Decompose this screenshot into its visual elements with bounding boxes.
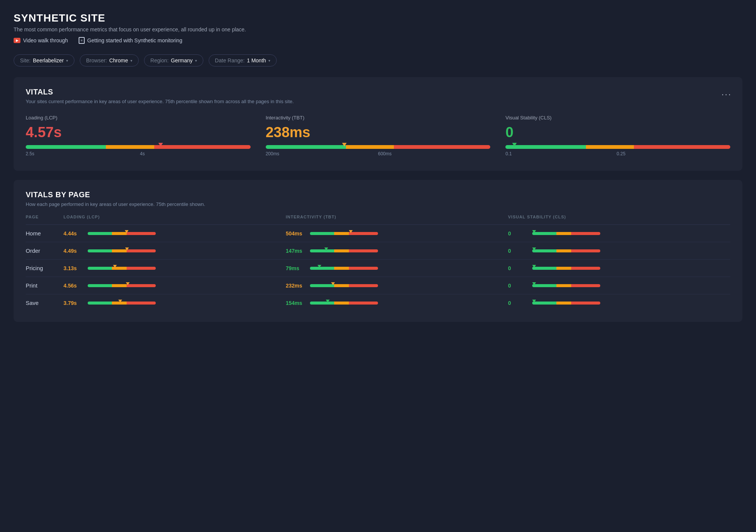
vitals-subtitle: Your sites current performance in key ar… xyxy=(26,99,730,104)
cls-label: Visual Stability (CLS) xyxy=(505,115,730,121)
mini-bar-wrapper xyxy=(310,249,378,252)
mini-bar xyxy=(532,302,600,305)
mini-bar-yellow xyxy=(334,249,349,252)
table-row: Home4.44s504ms0 xyxy=(26,225,730,242)
mini-bar-red xyxy=(349,267,378,270)
metric-value: 154ms xyxy=(286,300,305,306)
mini-bar-green xyxy=(310,249,334,252)
mini-marker-triangle xyxy=(318,265,321,268)
mini-bar-yellow xyxy=(112,284,127,287)
mini-bar-yellow xyxy=(334,232,349,235)
getting-started-link[interactable]: ≡ Getting started with Synthetic monitor… xyxy=(79,37,182,44)
metric-value: 0 xyxy=(508,230,528,237)
mini-bar-red xyxy=(127,284,156,287)
lcp-label: Loading (LCP) xyxy=(26,115,251,121)
mini-marker-triangle xyxy=(532,300,536,303)
cls-bar-labels: 0.1 0.25 xyxy=(505,151,730,156)
mini-bar-wrapper xyxy=(88,302,156,305)
cls-speed-bar xyxy=(505,145,730,149)
mini-bar-red xyxy=(127,267,156,270)
mini-bar-yellow xyxy=(334,302,349,305)
mini-bar-yellow xyxy=(112,249,127,252)
metric-value: 79ms xyxy=(286,265,305,271)
mini-bar-wrapper xyxy=(532,249,600,252)
mini-marker xyxy=(324,247,328,251)
metric-value: 3.13s xyxy=(64,265,83,271)
site-filter[interactable]: Site: Beerlabelizer ▾ xyxy=(14,54,74,66)
metric-value: 0 xyxy=(508,248,528,254)
metric-value: 4.44s xyxy=(64,230,83,237)
lcp-bar: 2.5s 4s xyxy=(26,145,251,156)
browser-filter-label: Browser: xyxy=(86,57,107,63)
mini-bar-red xyxy=(127,232,156,235)
mini-bar-wrapper xyxy=(532,302,600,305)
mini-marker-triangle xyxy=(326,300,330,303)
mini-bar xyxy=(532,284,600,287)
metric-value: 4.49s xyxy=(64,248,83,254)
mini-bar-wrapper xyxy=(310,284,378,287)
video-walk-through-link[interactable]: ▶ Video walk through xyxy=(14,37,68,43)
table-row: Save3.79s154ms0 xyxy=(26,294,730,312)
mini-bar-red xyxy=(349,249,378,252)
mini-bar-green xyxy=(88,267,112,270)
mini-marker xyxy=(331,282,335,285)
mini-bar-wrapper xyxy=(532,284,600,287)
mini-bar-yellow xyxy=(556,302,571,305)
mini-bar-green xyxy=(310,267,334,270)
page-name-cell: Home xyxy=(26,225,64,242)
tbt-bar-yellow xyxy=(346,145,394,149)
more-options-button[interactable]: ... xyxy=(722,88,732,97)
table-header-row: PAGE LOADING (LCP) INTERACTIVITY (TBT) V… xyxy=(26,215,730,225)
date-range-filter[interactable]: Date Range: 1 Month ▾ xyxy=(209,54,277,66)
doc-icon: ≡ xyxy=(79,37,85,44)
mini-marker xyxy=(532,265,536,268)
cls-label-1: 0.1 xyxy=(505,151,512,156)
mini-marker xyxy=(532,300,536,303)
mini-marker xyxy=(532,230,536,233)
metric-cell: 147ms xyxy=(286,242,508,260)
metric-value: 3.79s xyxy=(64,300,83,306)
mini-marker-triangle xyxy=(532,247,536,251)
vitals-by-page-subtitle: How each page performed in key areas of … xyxy=(26,201,730,207)
browser-filter[interactable]: Browser: Chrome ▾ xyxy=(80,54,139,66)
mini-bar xyxy=(310,284,378,287)
mini-bar-yellow xyxy=(556,249,571,252)
mini-bar-yellow xyxy=(334,267,349,270)
metric-value: 0 xyxy=(508,283,528,289)
table-row: Print4.56s232ms0 xyxy=(26,277,730,294)
cls-bar: 0.1 0.25 xyxy=(505,145,730,156)
metric-value: 147ms xyxy=(286,248,305,254)
mini-marker-triangle xyxy=(532,265,536,268)
mini-bar-yellow xyxy=(556,284,571,287)
region-filter-label: Region: xyxy=(150,57,169,63)
vitals-by-page-title: VITALS BY PAGE xyxy=(26,190,730,199)
metric-cell: 504ms xyxy=(286,225,508,242)
mini-bar xyxy=(88,249,156,252)
tbt-bar: 200ms 600ms xyxy=(266,145,491,156)
mini-bar-wrapper xyxy=(88,232,156,235)
cls-bar-green xyxy=(505,145,586,149)
page-header: SYNTHETIC SITE The most common performan… xyxy=(14,12,742,44)
mini-marker xyxy=(532,247,536,251)
date-filter-chevron: ▾ xyxy=(268,59,270,63)
mini-bar-red xyxy=(349,232,378,235)
metric-cell: 0 xyxy=(508,277,730,294)
mini-bar-wrapper xyxy=(88,249,156,252)
site-filter-chevron: ▾ xyxy=(66,59,68,63)
metric-cell: 0 xyxy=(508,260,730,277)
tbt-label-1: 200ms xyxy=(266,151,279,156)
page-subtitle: The most common performance metrics that… xyxy=(14,26,742,32)
mini-bar xyxy=(310,249,378,252)
mini-bar-green xyxy=(88,302,112,305)
mini-bar-yellow xyxy=(556,267,571,270)
tbt-metric: Interactivity (TBT) 238ms 200ms 600ms xyxy=(266,115,491,160)
mini-bar-red xyxy=(571,284,600,287)
mini-marker-triangle xyxy=(113,265,117,268)
region-filter[interactable]: Region: Germany ▾ xyxy=(144,54,203,66)
mini-bar-red xyxy=(127,302,156,305)
lcp-marker-triangle xyxy=(158,143,163,147)
mini-bar-green xyxy=(88,232,112,235)
mini-marker-triangle xyxy=(331,282,335,285)
lcp-bar-red xyxy=(154,145,251,149)
mini-marker xyxy=(125,230,129,233)
